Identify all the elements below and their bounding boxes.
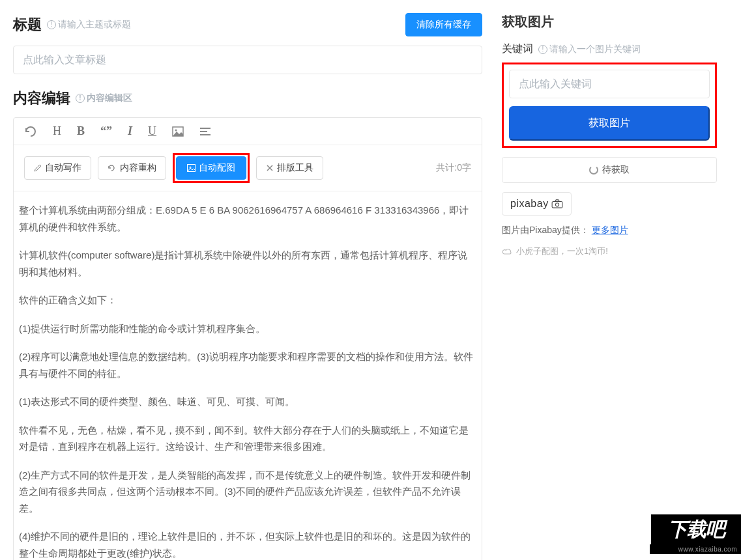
keyword-label: 关键词	[502, 42, 533, 56]
content-paragraph: 软件的正确含义如下：	[19, 292, 476, 309]
heading-icon[interactable]: H	[53, 124, 61, 138]
editor-content[interactable]: 整个计算机系统由两部分组成：E.69DA 5 E 6 BA 9062616964…	[14, 191, 482, 560]
title-label: 标题	[13, 15, 42, 35]
article-title-input[interactable]	[13, 46, 482, 74]
title-hint: ! 请输入主题或标题	[47, 19, 131, 31]
editor-box: H B “” I U 自动写作 内容重构	[13, 117, 482, 560]
layout-tool-label: 排版工具	[277, 162, 313, 174]
content-paragraph: (1)提供运行时所需功能和性能的命令或计算机程序集合。	[19, 320, 476, 337]
loading-icon	[589, 165, 598, 175]
content-hint: ! 内容编辑区	[76, 92, 132, 104]
align-icon[interactable]	[199, 127, 211, 136]
content-paragraph: 整个计算机系统由两部分组成：E.69DA 5 E 6 BA 9062616964…	[19, 202, 476, 235]
word-count: 共计:0字	[436, 162, 471, 174]
format-toolbar: H B “” I U	[14, 118, 482, 145]
auto-image-label: 自动配图	[199, 162, 235, 174]
content-header: 内容编辑 ! 内容编辑区	[13, 89, 482, 108]
content-paragraph: 软件看不见，无色，枯燥，看不见，摸不到，闻不到。软件大部分存在于人们的头脑或纸上…	[19, 422, 476, 455]
title-hint-text: 请输入主题或标题	[58, 19, 131, 31]
status-text: 待获取	[602, 164, 630, 176]
pencil-icon	[34, 164, 42, 172]
refresh-icon	[108, 164, 117, 172]
keyword-hint-text: 请输入一个图片关键词	[549, 44, 641, 55]
restructure-button[interactable]: 内容重构	[98, 156, 166, 180]
content-paragraph: 计算机软件(computer software)是指计算机系统中除硬件以外的所有…	[19, 247, 476, 280]
layout-tool-button[interactable]: 排版工具	[256, 156, 323, 180]
info-icon: !	[47, 20, 56, 29]
svg-point-1	[175, 129, 177, 131]
watermark-text: 下载吧	[650, 513, 741, 544]
auto-image-button[interactable]: 自动配图	[176, 156, 246, 180]
content-paragraph: (2)程序可以满意地处理信息的数据结构。(3)说明程序功能要求和程序需要的文档的…	[19, 348, 476, 382]
italic-icon[interactable]: I	[128, 124, 132, 138]
highlight-auto-image: 自动配图	[173, 153, 250, 183]
svg-rect-6	[552, 202, 562, 208]
editor-column: 标题 ! 请输入主题或标题 清除所有缓存 内容编辑 ! 内容编辑区	[13, 13, 495, 560]
attribution: 图片由Pixabay提供： 更多图片	[502, 225, 717, 236]
svg-point-7	[555, 203, 559, 206]
quote-icon[interactable]: “”	[100, 124, 112, 138]
footer-note-text: 小虎子配图，一次1淘币!	[516, 245, 608, 257]
keyword-hint: ! 请输入一个图片关键词	[538, 44, 641, 55]
image-panel: 获取图片 关键词 ! 请输入一个图片关键词 获取图片 待获取 pixabay 图…	[495, 13, 717, 560]
fetch-status: 待获取	[502, 157, 717, 183]
auto-write-button[interactable]: 自动写作	[24, 156, 91, 180]
image-icon[interactable]	[172, 126, 184, 137]
content-paragraph: (4)维护不同的硬件是旧的，理论上软件是旧的，并不坏，但实际上软件也是旧的和坏的…	[19, 528, 476, 560]
keyword-label-row: 关键词 ! 请输入一个图片关键词	[502, 42, 717, 56]
footer-note: 小虎子配图，一次1淘币!	[502, 245, 717, 257]
clear-cache-label: 清除所有缓存	[416, 19, 471, 31]
action-toolbar: 自动写作 内容重构 自动配图 排版工具 共计:0字	[14, 145, 482, 191]
tools-icon	[266, 164, 274, 172]
pixabay-badge: pixabay	[502, 192, 572, 216]
restructure-label: 内容重构	[120, 162, 156, 174]
content-paragraph: (2)生产方式不同的软件是开发，是人类智能的高发挥，而不是传统意义上的硬件制造。…	[19, 467, 476, 517]
auto-write-label: 自动写作	[45, 162, 81, 174]
keyword-input[interactable]	[509, 70, 710, 98]
image-panel-title: 获取图片	[502, 13, 717, 31]
attribution-prefix: 图片由Pixabay提供：	[502, 225, 589, 235]
content-paragraph: (1)表达形式不同的硬件类型、颜色、味道、可见、可摸、可闻。	[19, 393, 476, 410]
bold-icon[interactable]: B	[77, 124, 85, 138]
fetch-image-label: 获取图片	[588, 117, 630, 130]
picture-icon	[187, 164, 196, 172]
underline-icon[interactable]: U	[148, 124, 156, 138]
watermark-url: www.xiazaiba.com	[650, 544, 741, 554]
undo-icon[interactable]	[24, 126, 37, 137]
more-images-link[interactable]: 更多图片	[592, 225, 628, 235]
content-label: 内容编辑	[13, 89, 70, 108]
fetch-image-button[interactable]: 获取图片	[509, 106, 710, 141]
cloud-icon	[502, 247, 512, 255]
pixabay-name: pixabay	[510, 198, 549, 210]
camera-icon	[551, 199, 563, 208]
title-header: 标题 ! 请输入主题或标题 清除所有缓存	[13, 13, 482, 36]
info-icon: !	[76, 94, 85, 103]
clear-cache-button[interactable]: 清除所有缓存	[405, 13, 482, 36]
content-hint-text: 内容编辑区	[87, 92, 132, 104]
info-icon: !	[538, 45, 547, 54]
highlight-keyword-box: 获取图片	[502, 63, 717, 148]
watermark: 下载吧 www.xiazaiba.com	[650, 513, 741, 560]
